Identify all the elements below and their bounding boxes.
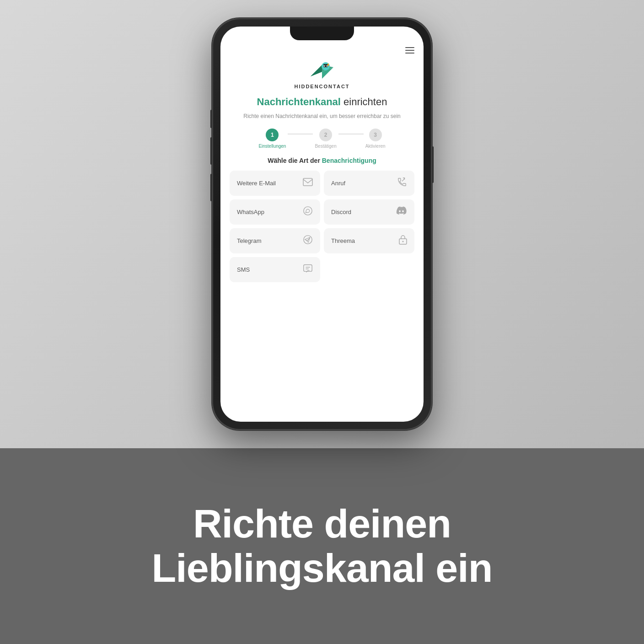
- channel-discord-label: Discord: [331, 209, 351, 215]
- step-3-label: Aktivieren: [365, 144, 386, 149]
- channel-discord-button[interactable]: Discord: [324, 199, 414, 225]
- bottom-text-line1: Richte deinen: [193, 501, 451, 546]
- svg-point-10: [304, 207, 312, 215]
- step-1-circle: 1: [266, 129, 279, 141]
- top-section: HIDDENCONTACT Nachrichtenkanal einrichte…: [0, 0, 644, 448]
- logo-area: HIDDENCONTACT: [230, 58, 414, 89]
- page-title-highlight: Nachrichtenkanal: [257, 96, 341, 107]
- whatsapp-icon: [303, 206, 313, 218]
- channel-header-accent: Benachrichtigung: [322, 157, 376, 164]
- channel-threema-button[interactable]: Threema: [324, 228, 414, 253]
- svg-point-13: [402, 241, 404, 242]
- step-2-circle: 2: [319, 129, 332, 141]
- bottom-text-line2: Lieblingskanal ein: [152, 545, 493, 590]
- svg-rect-9: [303, 178, 312, 186]
- page-title-rest: einrichten: [341, 96, 387, 107]
- bottom-tagline: Richte deinen Lieblingskanal ein: [152, 502, 493, 590]
- channel-weitere-email-label: Weitere E-Mail: [237, 180, 276, 187]
- step-1: 1 Einstellungen: [258, 129, 286, 149]
- step-3: 3 Aktivieren: [365, 129, 386, 149]
- channel-threema-label: Threema: [331, 237, 355, 244]
- channel-whatsapp-button[interactable]: WhatsApp: [230, 199, 320, 225]
- svg-point-5: [324, 65, 325, 66]
- sms-icon: [303, 263, 313, 276]
- screen-header: [230, 45, 414, 56]
- stepper: 1 Einstellungen 2 Bestätigen 3 Aktiviere…: [230, 129, 414, 149]
- logo-icon: [308, 58, 336, 81]
- step-3-circle: 3: [369, 129, 382, 141]
- page-subtitle: Richte einen Nachrichtenkanal ein, um be…: [230, 113, 414, 120]
- svg-rect-8: [327, 64, 329, 66]
- phone-screen: HIDDENCONTACT Nachrichtenkanal einrichte…: [220, 27, 424, 422]
- svg-marker-1: [311, 65, 322, 76]
- hamburger-menu-button[interactable]: [405, 47, 414, 54]
- bottom-section: Richte deinen Lieblingskanal ein: [0, 448, 644, 644]
- step-line-2: [338, 134, 364, 134]
- channel-whatsapp-label: WhatsApp: [237, 209, 264, 215]
- logo-text: HIDDENCONTACT: [294, 84, 349, 89]
- channel-anruf-label: Anruf: [331, 180, 345, 187]
- channel-weitere-email-button[interactable]: Weitere E-Mail: [230, 171, 320, 196]
- lock-icon: [399, 235, 407, 247]
- channel-sms-label: SMS: [237, 266, 250, 273]
- step-1-label: Einstellungen: [258, 144, 286, 149]
- step-2-label: Bestätigen: [315, 144, 336, 149]
- step-line-1: [288, 134, 313, 134]
- channel-sms-button[interactable]: SMS: [230, 257, 320, 282]
- phone-notch: [290, 27, 354, 40]
- channel-selection-header: Wähle die Art der Benachrichtigung: [230, 157, 414, 164]
- step-2: 2 Bestätigen: [315, 129, 336, 149]
- channel-anruf-button[interactable]: Anruf: [324, 171, 414, 196]
- channel-grid: Weitere E-Mail Anruf: [230, 171, 414, 282]
- telegram-icon: [303, 235, 313, 247]
- screen-content: HIDDENCONTACT Nachrichtenkanal einrichte…: [220, 40, 424, 422]
- email-icon: [303, 178, 313, 188]
- phone-mockup: HIDDENCONTACT Nachrichtenkanal einrichte…: [212, 18, 432, 430]
- svg-rect-7: [323, 64, 328, 65]
- phone-icon: [397, 177, 407, 189]
- page-title: Nachrichtenkanal einrichten: [230, 96, 414, 108]
- discord-icon: [396, 206, 407, 218]
- svg-point-6: [327, 65, 327, 66]
- power-button: [432, 146, 434, 183]
- channel-telegram-label: Telegram: [237, 237, 261, 244]
- channel-telegram-button[interactable]: Telegram: [230, 228, 320, 253]
- channel-header-text: Wähle die Art der: [268, 157, 322, 164]
